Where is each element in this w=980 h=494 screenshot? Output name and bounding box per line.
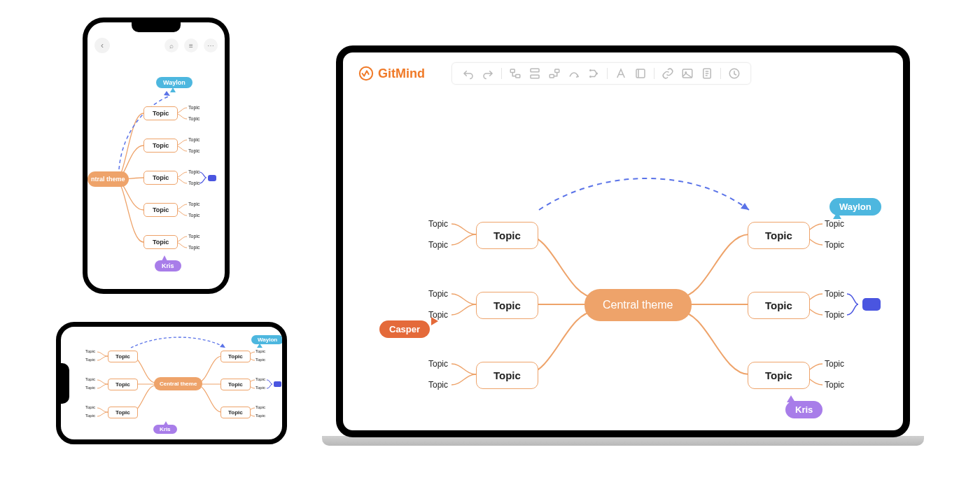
subtopic-node[interactable]: Topic <box>188 116 200 121</box>
search-icon[interactable]: ⌕ <box>164 38 178 52</box>
app-header: GitMind <box>343 52 903 90</box>
subtopic-node[interactable]: Topic <box>428 310 448 320</box>
collaborator-tag-kris[interactable]: Kris <box>153 425 177 434</box>
subtopic-node[interactable]: Topic <box>85 377 95 381</box>
topic-node[interactable]: Topic <box>144 139 178 153</box>
subtopic-node[interactable]: Topic <box>188 137 200 142</box>
toolbar <box>451 62 751 85</box>
subtopic-node[interactable]: Topic <box>85 349 95 353</box>
subtopic-node[interactable]: Topic <box>255 377 265 381</box>
summary-indicator[interactable] <box>274 381 281 387</box>
summary-indicator[interactable] <box>862 298 881 311</box>
collaborator-tag-kris[interactable]: Kris <box>785 401 822 418</box>
svg-rect-3 <box>531 69 539 72</box>
topic-node[interactable]: Topic <box>220 379 251 390</box>
collaborator-tag-casper[interactable]: Casper <box>379 320 430 338</box>
relation-icon[interactable] <box>568 67 580 80</box>
subtopic-node[interactable]: Topic <box>428 380 448 390</box>
phone-canvas[interactable]: ntral theme Topic Topic Topic Topic Topi… <box>88 57 225 289</box>
app-logo[interactable]: GitMind <box>358 66 425 81</box>
sibling-icon[interactable] <box>528 67 541 80</box>
subtopic-node[interactable]: Topic <box>255 405 265 409</box>
topic-label: Topic <box>493 230 521 241</box>
collaborator-tag-kris[interactable]: Kris <box>155 260 181 271</box>
topic-node[interactable]: Topic <box>220 407 251 418</box>
topic-node[interactable]: Topic <box>748 222 810 249</box>
subtopic-node[interactable]: Topic <box>188 169 200 174</box>
subtopic-node[interactable]: Topic <box>85 358 95 362</box>
list-icon[interactable]: ≡ <box>184 38 198 52</box>
subtopic-node[interactable]: Topic <box>188 105 200 110</box>
note-icon[interactable] <box>701 67 713 80</box>
subtopic-node[interactable]: Topic <box>825 359 844 369</box>
subtopic-node[interactable]: Topic <box>85 386 95 390</box>
topic-label: Topic <box>765 299 792 311</box>
layout-icon[interactable] <box>587 67 600 80</box>
central-theme-label: Central theme <box>603 299 673 311</box>
subtopic-node[interactable]: Topic <box>188 213 200 218</box>
redo-icon[interactable] <box>482 67 494 80</box>
subtopic-node[interactable]: Topic <box>255 358 265 362</box>
subtopic-icon[interactable] <box>509 67 522 80</box>
topic-node[interactable]: Topic <box>476 362 538 389</box>
topic-node[interactable]: Topic <box>748 292 810 319</box>
subtopic-node[interactable]: Topic <box>428 219 448 229</box>
central-theme-node[interactable]: Central theme <box>154 377 202 390</box>
topic-label: Topic <box>493 299 521 311</box>
subtopic-node[interactable]: Topic <box>825 380 844 390</box>
subtopic-node[interactable]: Topic <box>825 219 844 229</box>
topic-node[interactable]: Topic <box>144 235 178 249</box>
image-icon[interactable] <box>681 67 694 80</box>
subtopic-node[interactable]: Topic <box>825 240 844 250</box>
more-icon[interactable]: ⋯ <box>204 38 218 52</box>
link-icon[interactable] <box>662 67 674 80</box>
phone-horizontal-device: Central theme Topic Topic Topic Topic To… <box>56 322 287 444</box>
topic-node[interactable]: Topic <box>476 292 538 319</box>
topic-node[interactable]: Topic <box>476 222 538 249</box>
topic-node[interactable]: Topic <box>144 106 178 120</box>
subtopic-node[interactable]: Topic <box>85 405 95 409</box>
collaborator-tag-waylon[interactable]: Waylon <box>156 77 192 88</box>
subtopic-node[interactable]: Topic <box>85 414 95 418</box>
topic-label: Topic <box>493 369 521 381</box>
subtopic-node[interactable]: Topic <box>428 359 448 369</box>
format-icon[interactable] <box>615 67 627 80</box>
subtopic-node[interactable]: Topic <box>188 234 200 239</box>
subtopic-node[interactable]: Topic <box>825 310 844 320</box>
central-theme-node[interactable]: ntral theme <box>88 171 129 187</box>
topic-node[interactable]: Topic <box>144 171 178 185</box>
share-icon[interactable] <box>728 67 741 80</box>
subtopic-node[interactable]: Topic <box>188 181 200 185</box>
logo-text: GitMind <box>378 66 425 81</box>
summary-indicator[interactable] <box>208 175 216 181</box>
subtopic-node[interactable]: Topic <box>188 148 200 153</box>
collaborator-tag-waylon[interactable]: Waylon <box>251 335 284 344</box>
collaborator-tag-waylon[interactable]: Waylon <box>830 198 881 216</box>
subtopic-node[interactable]: Topic <box>188 202 200 206</box>
topic-node[interactable]: Topic <box>108 379 138 390</box>
outline-icon[interactable] <box>634 67 647 80</box>
subtopic-node[interactable]: Topic <box>825 289 844 299</box>
topic-node[interactable]: Topic <box>108 351 138 362</box>
subtopic-node[interactable]: Topic <box>428 240 448 250</box>
subtopic-node[interactable]: Topic <box>255 386 265 390</box>
topic-node[interactable]: Topic <box>220 351 251 362</box>
topic-node[interactable]: Topic <box>108 407 138 418</box>
central-theme-node[interactable]: Central theme <box>584 289 692 321</box>
subtopic-node[interactable]: Topic <box>428 289 448 299</box>
svg-rect-6 <box>550 75 554 78</box>
phone-canvas[interactable]: Central theme Topic Topic Topic Topic To… <box>61 327 282 439</box>
svg-rect-1 <box>510 69 514 73</box>
subtopic-node[interactable]: Topic <box>255 349 265 353</box>
mindmap-canvas[interactable]: Central theme Topic Topic Topic Topic To… <box>343 94 903 430</box>
svg-rect-4 <box>531 75 539 78</box>
back-button[interactable]: ‹ <box>94 38 110 53</box>
topic-node[interactable]: Topic <box>144 203 178 217</box>
subtopic-node[interactable]: Topic <box>255 414 265 418</box>
topic-node[interactable]: Topic <box>748 362 810 389</box>
subtopic-node[interactable]: Topic <box>188 245 200 250</box>
svg-rect-10 <box>636 69 645 78</box>
undo-icon[interactable] <box>462 67 475 80</box>
parent-icon[interactable] <box>548 67 561 80</box>
phone-notch <box>132 22 181 32</box>
